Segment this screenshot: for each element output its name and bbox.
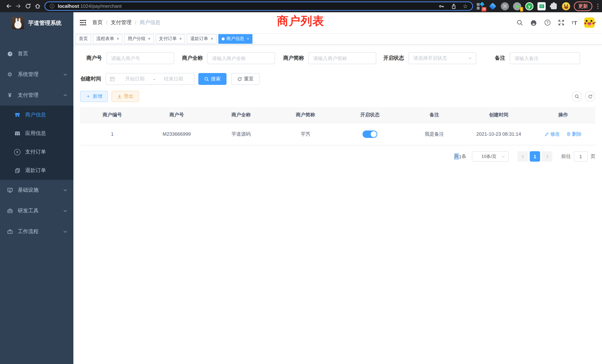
sidebar-item-pay-order[interactable]: ¥ 支付订单 [0, 143, 73, 161]
calendar-icon [110, 76, 115, 82]
search-icon[interactable] [516, 19, 523, 26]
search-button[interactable]: 搜索 [198, 73, 226, 85]
reload-button[interactable] [23, 1, 33, 11]
chevron-down-icon [501, 154, 505, 159]
sidebar-item-workflow[interactable]: 工作流程 [0, 221, 73, 242]
sidebar-item-app-info[interactable]: 应用信息 [0, 124, 73, 143]
pagination: 共 1 条 10条/页 1 [80, 151, 595, 162]
sidebar-item-label: 研发工具 [18, 208, 39, 214]
close-icon[interactable]: × [117, 37, 119, 41]
tab-pay-order[interactable]: 支付订单 × [156, 34, 185, 43]
chrome-update-button[interactable]: 更新 [574, 1, 592, 11]
edit-label: 修改 [550, 131, 560, 137]
cell-merchant-no: M233666999 [145, 123, 209, 145]
page-size-select[interactable]: 10条/页 [472, 151, 509, 162]
sidebar-item-merchant-info[interactable]: 商户信息 [0, 106, 73, 124]
tab-process-form[interactable]: 流程表单 × [93, 34, 122, 43]
close-icon[interactable]: × [148, 37, 150, 41]
breadcrumb-pay[interactable]: 支付管理 [111, 19, 132, 26]
filter-row-2: 创建时间 开始日期 - 结束日期 搜索 [80, 73, 595, 85]
status-toggle[interactable] [363, 130, 377, 138]
font-size-icon[interactable]: TT [571, 20, 577, 26]
share-icon[interactable] [451, 3, 456, 9]
prev-page-button[interactable] [517, 151, 528, 162]
back-arrow-icon [5, 3, 12, 9]
home-icon [34, 3, 41, 9]
edit-link[interactable]: 修改 [545, 131, 560, 137]
extension-icon-y[interactable]: y [525, 2, 533, 10]
sidebar-item-pay[interactable]: ¥ 支付管理 [0, 85, 73, 106]
navbar-actions: ? TT [516, 17, 596, 28]
current-page-button[interactable]: 1 [530, 151, 540, 162]
sidebar-item-refund-order[interactable]: 退款订单 [0, 161, 73, 180]
home-button[interactable] [33, 1, 42, 11]
pay-submenu: 商户信息 应用信息 ¥ 支付订单 [0, 106, 73, 180]
sidebar-item-home[interactable]: 首页 [0, 43, 73, 64]
extension-shape [477, 7, 480, 10]
tab-home[interactable]: 首页 [76, 34, 91, 43]
fullscreen-icon[interactable] [558, 19, 564, 26]
chevron-down-icon [63, 209, 67, 213]
close-icon[interactable]: × [247, 37, 249, 41]
cell-short-name: 芋艿 [273, 123, 338, 145]
hide-search-button[interactable] [572, 91, 582, 102]
merchant-no-input[interactable] [106, 52, 174, 64]
chevron-down-icon [468, 56, 472, 60]
tab-merchant-info[interactable]: 商户信息 × [218, 34, 253, 43]
help-icon[interactable]: ? [544, 19, 551, 26]
reset-button[interactable]: 重置 [231, 73, 259, 85]
main-panel: 商户列表 首页 / 支付管理 / 商户信息 [73, 12, 602, 364]
add-button[interactable]: ＋ 新增 [80, 91, 108, 102]
column-header: 商户全称 [209, 107, 273, 123]
user-avatar[interactable] [584, 17, 596, 28]
next-page-button[interactable] [542, 151, 552, 162]
delete-link[interactable]: 删除 [566, 131, 582, 137]
extension-icon-blocks[interactable]: 10 [476, 2, 484, 10]
field-label: 开启状态 [382, 55, 404, 62]
tab-label: 商户信息 [226, 36, 244, 42]
site-info-icon[interactable]: ⓘ [50, 3, 54, 10]
shop-icon [14, 112, 20, 118]
remark-input[interactable] [510, 52, 580, 64]
full-name-input[interactable] [207, 52, 275, 64]
sidebar-item-label: 工作流程 [18, 228, 39, 235]
status-select[interactable]: 请选择开启状态 [408, 52, 476, 64]
address-bar[interactable]: ⓘ localhost:1024/pay/merchant ☆ [44, 1, 473, 11]
browser-profile-avatar[interactable] [562, 2, 570, 10]
end-date-placeholder[interactable]: 结束日期 [156, 76, 191, 82]
extension-icon-recorder[interactable]: 1 [513, 2, 521, 10]
export-button[interactable]: 导出 [112, 91, 139, 102]
sidebar-item-dev-tools[interactable]: 研发工具 [0, 201, 73, 221]
password-key-icon[interactable] [438, 3, 444, 9]
github-icon[interactable] [530, 19, 537, 26]
extension-icon-command[interactable]: ⌘ [501, 2, 509, 10]
screen: ⓘ localhost:1024/pay/merchant ☆ 10 ⌘ 1 y [0, 0, 602, 364]
table-header-row: 商户编号 商户号 商户全称 商户简称 开启状态 备注 创建时间 操作 [80, 107, 595, 123]
sidebar-item-label: 首页 [18, 50, 28, 57]
chrome-menu-icon[interactable]: ⋮ [595, 3, 601, 10]
breadcrumb-home[interactable]: 首页 [92, 19, 103, 26]
sidebar-collapse-icon[interactable] [79, 19, 87, 26]
tab-label: 退款订单 [190, 36, 208, 42]
emoji-face-icon [562, 2, 570, 10]
short-name-input[interactable] [308, 52, 376, 64]
extension-icon-gem[interactable] [489, 2, 497, 10]
bookmark-star-icon[interactable]: ☆ [463, 3, 468, 9]
tab-refund-order[interactable]: 退款订单 × [187, 34, 216, 43]
date-range-picker[interactable]: 开始日期 - 结束日期 [106, 73, 195, 85]
close-icon[interactable]: × [211, 37, 213, 41]
extensions-puzzle-icon[interactable] [550, 2, 558, 10]
refresh-table-button[interactable] [585, 91, 595, 102]
close-icon[interactable]: × [179, 37, 182, 41]
back-button[interactable] [4, 1, 13, 11]
forward-button[interactable] [13, 1, 23, 11]
sidebar-logo[interactable]: 芋道管理系统 [0, 12, 73, 34]
start-date-placeholder[interactable]: 开始日期 [118, 76, 152, 82]
filter-full-name: 商户全称 [181, 52, 275, 64]
tab-user-group[interactable]: 用户分组 × [124, 34, 154, 43]
goto-page-input[interactable] [574, 151, 588, 162]
sidebar-item-system[interactable]: ⚙ 系统管理 [0, 64, 73, 85]
filter-status: 开启状态 请选择开启状态 [382, 52, 476, 64]
sidebar-item-infrastructure[interactable]: 基础设施 [0, 180, 73, 201]
extension-icon-chat[interactable] [538, 2, 546, 10]
